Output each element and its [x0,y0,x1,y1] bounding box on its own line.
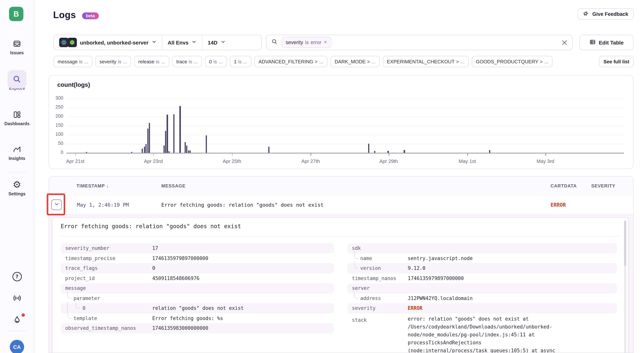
chart-bar[interactable] [190,150,191,153]
attribute-value: 9.12.0 [408,265,426,271]
sidebar-item-issues[interactable]: Issues [0,39,34,55]
attribute-value: 1746135979897000000 [408,275,464,281]
date-range-selector[interactable]: 14D [202,35,231,50]
tree-elbow [354,261,358,268]
chart-bar[interactable] [142,149,143,153]
x-axis-tick [310,154,311,156]
quick-filter-chip[interactable]: trace is ... [172,56,202,67]
attribute-row: stack error: relation "goods" does not e… [348,313,617,353]
sidebar-item-insights[interactable]: Insights [0,145,34,161]
give-feedback-button[interactable]: Give Feedback [578,8,634,20]
issues-icon [12,39,22,48]
dashboards-icon [12,110,22,119]
sidebar-item-explore[interactable]: Explore [0,75,34,91]
y-axis-tick-label: 100 [49,132,63,137]
chart-bar[interactable] [368,144,369,153]
page-title: Logs [53,10,76,20]
environment-selector[interactable]: All Envs [162,35,202,50]
attribute-row: 0 relation "goods" does not exist [61,303,334,313]
sidebar-divider [8,172,26,172]
org-logo[interactable]: B [9,7,23,21]
chart-bar[interactable] [374,151,375,153]
y-axis-tick-label: 250 [49,105,63,110]
chart-bar[interactable] [206,136,207,153]
chart-bar[interactable] [86,152,87,153]
chart-bar[interactable] [404,150,405,153]
quick-filter-chip[interactable]: 1 is ... [230,56,251,67]
log-timestamp[interactable]: May 1, 2:46:19 PM [77,195,129,214]
tree-elbow [354,291,358,298]
attribute-row: observed_timestamp_nanos 174613598300000… [61,323,334,333]
attribute-key: stack [352,317,367,323]
attribute-row: timestamp_nanos 1746135979897000000 [348,273,617,283]
attribute-row: severity_number 17 [61,243,334,253]
chart-bar[interactable] [131,152,132,153]
search-icon [271,38,278,47]
attribute-value: 17 [152,245,158,251]
chart-bar[interactable] [165,131,166,153]
chart-bar[interactable] [167,115,168,153]
y-axis-tick-label: 150 [49,123,63,128]
attribute-row: name sentry.javascript.node [348,253,617,263]
quick-filter-chip[interactable]: 0 is ... [205,56,227,67]
column-header-cartdata[interactable]: CARTDATA [550,177,577,195]
log-message: Error fetching goods: relation "goods" d… [161,195,324,214]
help-button[interactable]: ? [0,272,34,281]
quick-filter-chip[interactable]: ADVANCED_FILTERING > ... [254,56,328,67]
megaphone-icon [583,10,589,18]
broadcast-button[interactable] [0,293,34,304]
search-filter-chip[interactable]: severity is error [282,37,331,48]
attribute-value: 0 [152,265,155,271]
column-header-severity[interactable]: SEVERITY [591,177,615,195]
chart-bar[interactable] [180,106,181,153]
quick-filter-chip[interactable]: severity is ... [95,56,131,67]
attribute-value: relation "goods" does not exist [152,305,244,311]
sidebar-item-dashboards[interactable]: Dashboards [0,110,34,126]
quick-filter-chip[interactable]: EXPERIMENTAL_CHECKOUT > ... [383,56,468,67]
quick-filter-chip[interactable]: release is ... [134,56,169,67]
chart-bar[interactable] [268,147,270,153]
tree-elbow [68,291,72,298]
search-input[interactable]: severity is error [266,35,573,50]
chart-bar[interactable] [147,128,148,153]
sidebar-item-label: Issues [10,51,24,55]
chart-bar[interactable] [149,123,150,153]
column-header-message[interactable]: MESSAGE [161,177,186,195]
edit-table-button[interactable]: Edit Table [580,35,634,50]
quick-filter-chip[interactable]: GOODS_PRODUCTQUERY > ... [472,56,552,67]
chart-bar[interactable] [489,150,490,153]
quick-filter-chip[interactable]: message is ... [54,56,92,67]
chart-bar[interactable] [186,146,187,153]
x-axis-tick [467,154,468,156]
chart-bar[interactable] [173,114,174,153]
whats-new-button[interactable] [0,315,34,326]
see-full-list-button[interactable]: See full list [599,56,634,67]
attribute-row: sdk [348,243,617,253]
project-platform-icons [59,38,77,47]
logs-table: TIMESTAMP ↓ MESSAGE CARTDATA SEVERITY Ma… [48,176,634,353]
user-avatar[interactable]: CA [10,340,24,353]
column-header-timestamp[interactable]: TIMESTAMP ↓ [76,177,109,195]
log-table-row[interactable]: May 1, 2:46:19 PM Error fetching goods: … [49,195,633,215]
attribute-key: 0 [82,305,86,311]
chart-bar[interactable] [146,144,146,153]
attribute-value: 4509118548606976 [152,275,199,281]
chip-remove-icon[interactable] [323,40,328,45]
x-axis-line [66,153,624,154]
attribute-value: J12PWN42YQ.localdomain [408,295,472,301]
sidebar-item-label: Settings [8,192,26,196]
chart-bar[interactable] [168,151,170,153]
chart-bar[interactable] [388,151,389,153]
chart-bar[interactable] [185,142,186,153]
chart-bar[interactable] [163,146,164,153]
quick-filter-chip[interactable]: DARK_MODE > ... [330,56,380,67]
clear-search-button[interactable] [561,39,568,46]
project-selector[interactable]: unborked, unborked-server [54,35,162,50]
sidebar-item-settings[interactable]: ⚙ Settings [0,180,34,196]
attribute-row: severity ERROR [348,303,617,313]
chart-bar[interactable] [144,147,145,153]
detail-scrollbar-thumb[interactable] [624,221,626,266]
x-axis-tick [75,154,76,156]
chart-bar[interactable] [188,150,189,153]
attribute-key: message [65,285,86,291]
